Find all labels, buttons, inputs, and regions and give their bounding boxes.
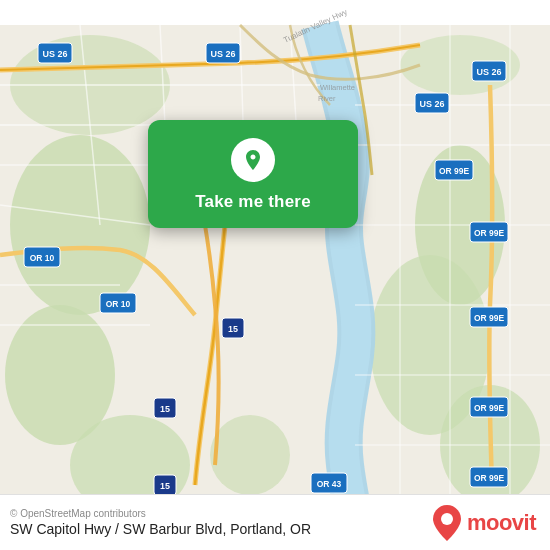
moovit-logo: moovit <box>433 505 536 541</box>
moovit-wordmark: moovit <box>467 510 536 536</box>
map-container[interactable]: US 26 US 26 US 26 US 26 OR 99E OR 99E OR… <box>0 0 550 550</box>
bottom-info: © OpenStreetMap contributors SW Capitol … <box>10 508 311 537</box>
svg-text:River: River <box>318 94 336 103</box>
svg-point-7 <box>210 415 290 495</box>
map-background: US 26 US 26 US 26 US 26 OR 99E OR 99E OR… <box>0 0 550 550</box>
svg-text:Willamette: Willamette <box>320 83 355 92</box>
moovit-pin-icon <box>433 505 461 541</box>
svg-text:15: 15 <box>160 404 170 414</box>
svg-text:OR 99E: OR 99E <box>474 403 505 413</box>
svg-text:15: 15 <box>160 481 170 491</box>
location-label: SW Capitol Hwy / SW Barbur Blvd, Portlan… <box>10 521 311 537</box>
card-overlay: Take me there <box>148 120 358 228</box>
svg-text:US 26: US 26 <box>42 49 67 59</box>
location-pin-icon <box>241 148 265 172</box>
location-icon-wrap <box>231 138 275 182</box>
svg-text:OR 10: OR 10 <box>106 299 131 309</box>
svg-point-63 <box>441 513 453 525</box>
osm-attribution: © OpenStreetMap contributors <box>10 508 311 519</box>
svg-text:OR 99E: OR 99E <box>439 166 470 176</box>
svg-text:15: 15 <box>228 324 238 334</box>
svg-text:OR 10: OR 10 <box>30 253 55 263</box>
svg-text:US 26: US 26 <box>476 67 501 77</box>
svg-text:US 26: US 26 <box>419 99 444 109</box>
svg-text:OR 43: OR 43 <box>317 479 342 489</box>
take-me-there-button[interactable]: Take me there <box>195 192 311 212</box>
svg-text:US 26: US 26 <box>210 49 235 59</box>
svg-text:OR 99E: OR 99E <box>474 228 505 238</box>
svg-point-1 <box>10 135 150 315</box>
svg-text:OR 99E: OR 99E <box>474 473 505 483</box>
bottom-bar: © OpenStreetMap contributors SW Capitol … <box>0 494 550 550</box>
svg-text:OR 99E: OR 99E <box>474 313 505 323</box>
